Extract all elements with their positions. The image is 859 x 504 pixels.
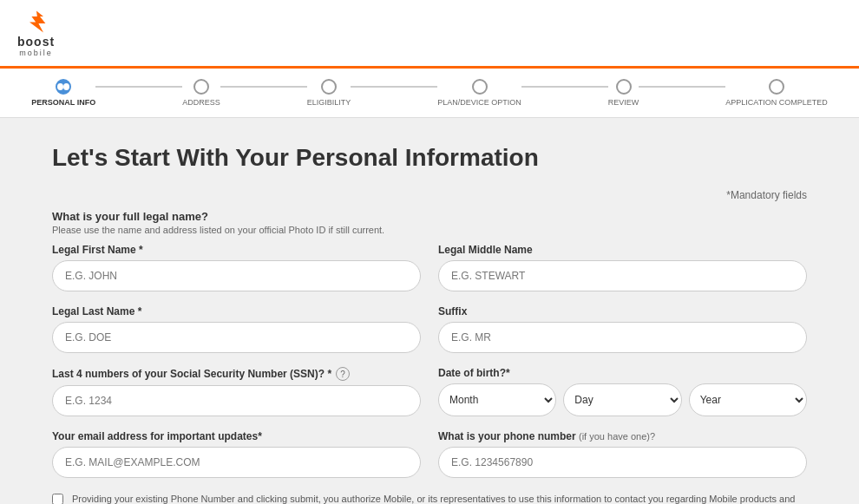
ssn-dob-row: Last 4 numbers of your Social Security N…	[52, 367, 807, 416]
step-line-1	[95, 86, 182, 88]
dob-selects: Month JanuaryFebruaryMarch AprilMayJune …	[438, 383, 807, 416]
phone-input[interactable]	[438, 447, 807, 478]
middle-name-label: Legal Middle Name	[438, 244, 807, 256]
name-row-1: Legal First Name * Legal Middle Name	[52, 244, 807, 291]
step-eligibility[interactable]: ELIGIBILITY	[307, 79, 351, 107]
email-label: Your email address for important updates…	[52, 430, 421, 442]
step-line-3	[351, 86, 437, 88]
step-line-4	[521, 86, 608, 88]
last-name-input[interactable]	[52, 322, 421, 353]
email-phone-row: Your email address for important updates…	[52, 430, 807, 478]
middle-name-input[interactable]	[438, 260, 807, 291]
step-circle-plan-device	[472, 79, 488, 95]
dob-label: Date of birth?*	[438, 367, 807, 379]
progress-steps: PERSONAL INFO ADDRESS ELIGIBILITY PLAN/D…	[31, 79, 827, 107]
last-name-group: Legal Last Name *	[52, 305, 421, 353]
step-label-eligibility: ELIGIBILITY	[307, 98, 351, 107]
ssn-input[interactable]	[52, 385, 421, 416]
step-circle-address	[193, 79, 209, 95]
ssn-label: Last 4 numbers of your Social Security N…	[52, 368, 331, 380]
suffix-group: Suffix	[438, 305, 807, 353]
logo-text: boost	[17, 35, 55, 49]
phone-consent-text: Providing your existing Phone Number and…	[72, 492, 807, 504]
dob-day-select[interactable]: Day for(let i=1;i<=31;i++) document.writ…	[563, 383, 681, 416]
logo: boost mobile	[17, 9, 55, 57]
step-line-5	[639, 86, 725, 88]
svg-marker-0	[30, 11, 45, 33]
progress-bar: PERSONAL INFO ADDRESS ELIGIBILITY PLAN/D…	[0, 69, 859, 118]
dob-month-select[interactable]: Month JanuaryFebruaryMarch AprilMayJune …	[438, 383, 556, 416]
dob-group: Date of birth?* Month JanuaryFebruaryMar…	[438, 367, 807, 416]
step-label-application-completed: APPLICATION COMPLETED	[725, 98, 827, 107]
email-group: Your email address for important updates…	[52, 430, 421, 478]
name-section-label: What is your full legal name?	[52, 210, 807, 223]
step-line-2	[220, 86, 307, 88]
last-name-label: Legal Last Name *	[52, 305, 421, 317]
step-label-plan-device: PLAN/DEVICE OPTION	[437, 98, 521, 107]
page-title: Let's Start With Your Personal Informati…	[52, 144, 807, 172]
step-circle-application-completed	[769, 79, 784, 95]
phone-label: What is your phone number (if you have o…	[438, 430, 807, 442]
step-label-review: REVIEW	[608, 98, 639, 107]
ssn-label-row: Last 4 numbers of your Social Security N…	[52, 367, 421, 381]
dob-year-select[interactable]: Year for(let y=2024;y>=1900;y--) documen…	[689, 383, 807, 416]
main-content: Let's Start With Your Personal Informati…	[0, 118, 859, 504]
mandatory-note: *Mandatory fields	[52, 189, 807, 201]
step-plan-device[interactable]: PLAN/DEVICE OPTION	[437, 79, 521, 107]
step-circle-review	[616, 79, 632, 95]
phone-group: What is your phone number (if you have o…	[438, 430, 807, 478]
header: boost mobile	[0, 0, 859, 69]
ssn-help-icon[interactable]: ?	[336, 367, 350, 381]
step-address[interactable]: ADDRESS	[182, 79, 220, 107]
first-name-input[interactable]	[52, 260, 421, 291]
first-name-group: Legal First Name *	[52, 244, 421, 291]
phone-consent-row: Providing your existing Phone Number and…	[52, 492, 807, 504]
step-label-personal-info: PERSONAL INFO	[31, 98, 95, 107]
ssn-group: Last 4 numbers of your Social Security N…	[52, 367, 421, 416]
boost-logo-icon	[19, 9, 54, 35]
suffix-input[interactable]	[438, 322, 807, 353]
step-personal-info[interactable]: PERSONAL INFO	[31, 79, 95, 107]
step-circle-personal-info	[56, 79, 71, 95]
email-input[interactable]	[52, 447, 421, 478]
step-application-completed[interactable]: APPLICATION COMPLETED	[725, 79, 827, 107]
step-circle-eligibility	[321, 79, 337, 95]
logo-subtext: mobile	[19, 49, 53, 57]
name-row-2: Legal Last Name * Suffix	[52, 305, 807, 353]
suffix-label: Suffix	[438, 305, 807, 317]
step-label-address: ADDRESS	[182, 98, 220, 107]
phone-consent-checkbox[interactable]	[52, 494, 63, 504]
name-section-sublabel: Please use the name and address listed o…	[52, 225, 807, 235]
step-review[interactable]: REVIEW	[608, 79, 639, 107]
first-name-label: Legal First Name *	[52, 244, 421, 256]
middle-name-group: Legal Middle Name	[438, 244, 807, 291]
